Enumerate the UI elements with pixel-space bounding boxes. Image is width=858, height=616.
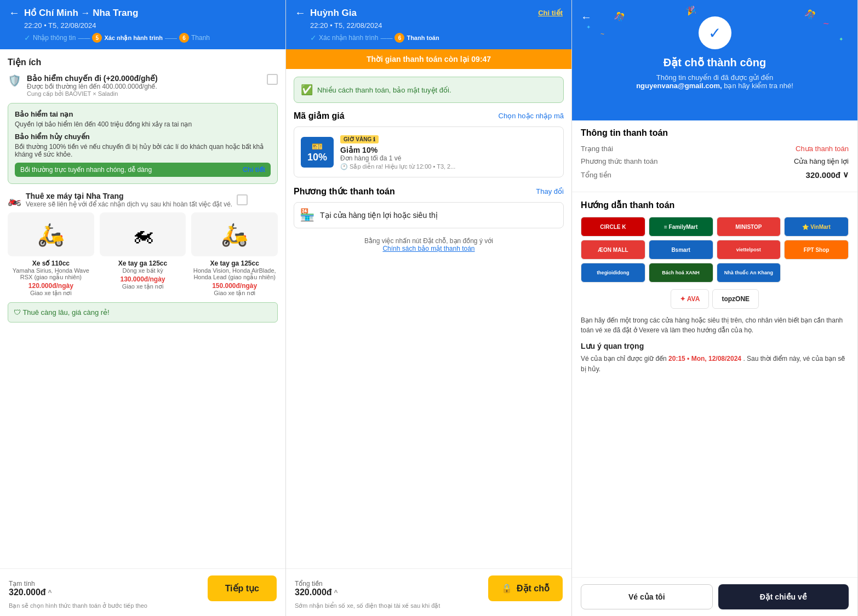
store-fpt: FPT Shop xyxy=(784,240,849,260)
agree-text: Bằng việc nhấn nút Đặt chỗ, bạn đồng ý v… xyxy=(294,237,564,252)
return-trip-button[interactable]: Đặt chiều về xyxy=(718,584,849,609)
book-button[interactable]: 🔒 Đặt chỗ xyxy=(488,575,563,601)
discount-badge: 🎫 10% xyxy=(301,137,334,168)
discount-link[interactable]: Chọn hoặc nhập mã xyxy=(499,112,564,120)
total-row: Tổng tiền 320.000đ ∨ xyxy=(581,170,849,180)
store-tgdd: thegioididong xyxy=(581,263,645,283)
total-value: 320.000đ ∨ xyxy=(806,170,849,180)
discount-tag: GIỜ VÀNG ℹ xyxy=(340,135,379,143)
moto-card-1[interactable]: 🛵 Xe số 110cc Yamaha Sirius, Honda Wave … xyxy=(8,212,94,297)
moto-price-1: 120.000đ/ngày xyxy=(8,282,94,290)
moto-name-3: Xe tay ga 125cc xyxy=(191,260,278,267)
panel2-bottom: Tổng tiền 320.000đ ^ 🔒 Đặt chỗ Sớm nhận … xyxy=(286,568,571,616)
store-bsmart: Bsmart xyxy=(649,240,713,260)
security-box: ✅ Nhiều cách thanh toán, bảo mật tuyệt đ… xyxy=(294,77,564,103)
moto-card-2[interactable]: 🏍 Xe tay ga 125cc Dòng xe bất kỳ 130.000… xyxy=(100,212,186,297)
method-value: Cửa hàng tiện lợi xyxy=(794,157,849,165)
moto-icon: 🏍️ xyxy=(8,193,21,206)
panel1-title: Hồ Chí Minh → Nha Trang xyxy=(24,7,138,19)
note-text: Vé của bạn chỉ được giữ đến 20:15 • Mon,… xyxy=(581,354,849,375)
security-text: Nhiều cách thanh toán, bảo mật tuyệt đối… xyxy=(317,86,451,94)
note-deadline: 20:15 • Mon, 12/08/2024 xyxy=(668,355,741,362)
discount-title: Mã giảm giá xyxy=(294,111,345,121)
price-label-2: Tổng tiền xyxy=(295,580,338,588)
discount-section: Mã giảm giá Chọn hoặc nhập mã 🎫 10% GIỜ … xyxy=(294,111,564,177)
success-title: Đặt chỗ thành công xyxy=(581,56,849,69)
store-family-mart: ≡ FamilyMart xyxy=(649,217,713,237)
moto-img-3: 🛵 xyxy=(191,212,278,256)
extra-stores-row: ✦ AVA topzONE xyxy=(581,289,849,309)
back-arrow-2[interactable]: ← xyxy=(295,7,306,19)
price-label-1: Tạm tính xyxy=(9,580,52,588)
method-label: Phương thức thanh toán xyxy=(581,157,657,165)
p2-step2: Thanh toán xyxy=(407,34,439,41)
back-arrow-1[interactable]: ← xyxy=(9,7,20,19)
insurance-name: Bảo hiểm chuyến đi (+20.000đ/ghế) xyxy=(27,74,261,83)
moto-delivery-2: Giao xe tận nơi xyxy=(100,283,186,290)
cancel-title: Bảo hiểm hủy chuyến xyxy=(15,133,271,141)
payment-change-link[interactable]: Thay đổi xyxy=(536,187,564,195)
discount-cond: Đơn hàng tối đa 1 vé xyxy=(340,154,557,162)
panel1-content: Tiện ích 🛡️ Bảo hiểm chuyến đi (+20.000đ… xyxy=(0,49,285,568)
timer-bar: Thời gian thanh toán còn lại 09:47 xyxy=(286,49,571,69)
insurance-detail-link[interactable]: Chi tiết xyxy=(243,166,265,174)
payment-method-box: 🏪 Tại cửa hàng tiện lợi hoặc siêu thị xyxy=(294,202,564,228)
moto-name-1: Xe số 110cc xyxy=(8,260,94,267)
moto-grid: 🛵 Xe số 110cc Yamaha Sirius, Honda Wave … xyxy=(8,212,278,297)
discount-time: 🕐 Sắp diễn ra! Hiệu lực từ 12:00 • T3, 2… xyxy=(340,163,557,170)
guide-text: Bạn hãy đến một trong các cửa hàng hoặc … xyxy=(581,315,849,335)
store-ava: ✦ AVA xyxy=(671,289,709,309)
shield-icon: 🛡️ xyxy=(8,74,21,87)
store-vinmart: ⭐ VinMart xyxy=(784,217,849,237)
moto-sub-1: Yamaha Sirius, Honda Wave RSX (giao ngẫu… xyxy=(8,267,94,281)
price-note-1: Bạn sẽ chọn hình thức thanh toán ở bước … xyxy=(9,602,277,609)
guide-section: Hướng dẫn thanh toán CIRCLE K ≡ FamilyMa… xyxy=(572,192,857,382)
store-viettelpost: viettelpost xyxy=(717,240,781,260)
panel2-header: ← Huỳnh Gia Chi tiết 22:20 • T5, 22/08/2… xyxy=(286,0,571,49)
moto-price-2: 130.000đ/ngày xyxy=(100,275,186,283)
store-circle-k: CIRCLE K xyxy=(581,217,645,237)
store-an-khang: Nhà thuốc An Khang xyxy=(717,263,781,283)
status-label: Trạng thái xyxy=(581,145,613,153)
cancel-desc: Bồi thường 100% tiền vé nếu chuyến đi bị… xyxy=(15,143,271,158)
price-amount-1: 320.000đ ^ xyxy=(9,588,52,597)
status-value: Chưa thanh toán xyxy=(796,145,849,153)
store-mini-stop: MINISTOP xyxy=(717,217,781,237)
method-row: Phương thức thanh toán Cửa hàng tiện lợi xyxy=(581,157,849,165)
moto-desc: Vexere sẽ liên hệ với để xác nhận dịch v… xyxy=(26,200,232,208)
step2-label: Xác nhận hành trình xyxy=(104,34,163,42)
panel2-steps: ✓ Xác nhận hành trình —— 6 Thanh toán xyxy=(310,33,563,43)
insurance-checkbox[interactable] xyxy=(267,74,278,85)
guide-title: Hướng dẫn thanh toán xyxy=(581,200,849,210)
discount-percent: 10% xyxy=(305,152,329,163)
agree-link[interactable]: Chính sách bảo mật thanh toán xyxy=(382,245,474,252)
moto-sub-3: Honda Vision, Honda AirBlade, Honda Lead… xyxy=(191,267,278,281)
moto-img-1: 🛵 xyxy=(8,212,94,256)
utilities-title: Tiện ích xyxy=(8,57,278,67)
lock-icon: 🔒 xyxy=(501,583,512,594)
panel3-content: Thông tin thanh toán Trạng thái Chưa tha… xyxy=(572,120,857,577)
success-desc: Thông tin chuyến đi đã được gửi đến nguy… xyxy=(581,73,849,90)
moto-card-3[interactable]: 🛵 Xe tay ga 125cc Honda Vision, Honda Ai… xyxy=(191,212,278,297)
step2-circle: 6 xyxy=(179,33,189,43)
payment-method-name: Tại cửa hàng tiện lợi hoặc siêu thị xyxy=(320,211,438,220)
note-title: Lưu ý quan trọng xyxy=(581,342,849,350)
discount-card: 🎫 10% GIỜ VÀNG ℹ Giảm 10% Đơn hàng tối đ… xyxy=(294,126,564,177)
payment-info-title: Thông tin thanh toán xyxy=(581,128,849,138)
continue-button[interactable]: Tiếp tục xyxy=(208,575,277,601)
moto-checkbox[interactable] xyxy=(237,194,248,205)
security-icon: ✅ xyxy=(301,84,313,96)
status-row: Trạng thái Chưa thanh toán xyxy=(581,145,849,153)
panel-success: 🎊 🎉 🎊 ✦ ~ ✦ ~ ← ✓ Đặt chỗ thành công Thô… xyxy=(572,0,858,616)
price-chevron-2[interactable]: ^ xyxy=(334,589,338,596)
detail-link[interactable]: Chi tiết xyxy=(538,9,563,17)
panel2-content: ✅ Nhiều cách thanh toán, bảo mật tuyệt đ… xyxy=(286,69,571,568)
moto-img-2: 🏍 xyxy=(100,212,186,256)
back-arrow-3[interactable]: ← xyxy=(581,11,592,24)
success-check-icon: ✓ xyxy=(699,16,731,49)
price-chevron-1[interactable]: ^ xyxy=(48,589,52,596)
panel1-bottom: Tạm tính 320.000đ ^ Tiếp tục Bạn sẽ chọn… xyxy=(0,568,285,616)
payment-method-icon: 🏪 xyxy=(300,208,314,222)
rent-promo: 🛡 Thuê càng lâu, giá càng rẻ! xyxy=(8,302,278,323)
my-ticket-button[interactable]: Vé của tôi xyxy=(581,584,713,609)
